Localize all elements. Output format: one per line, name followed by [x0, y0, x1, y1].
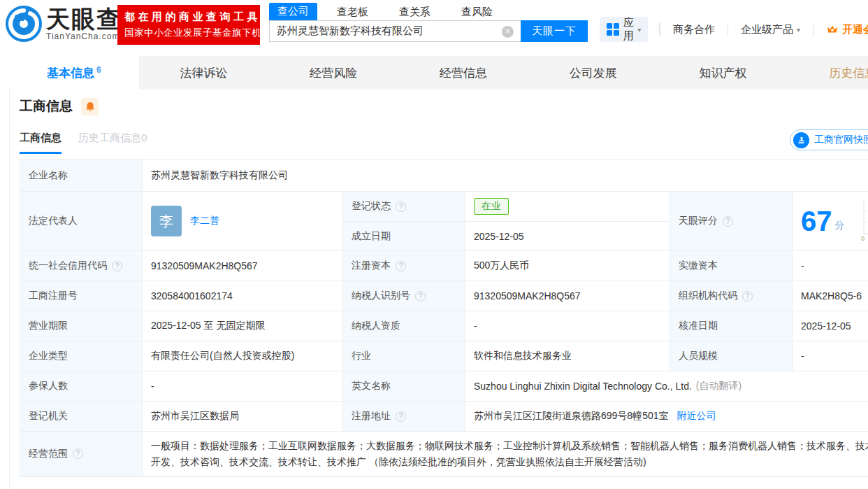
- subtab-business-info[interactable]: 工商信息: [20, 132, 62, 154]
- org-code-value: MAK2H8Q5-6: [793, 281, 868, 311]
- score-unit: 分: [835, 220, 845, 232]
- help-icon[interactable]: ?: [112, 261, 122, 271]
- help-icon[interactable]: ?: [396, 411, 406, 422]
- reg-authority-label: 登记机关: [20, 402, 143, 432]
- industry-value: 软件和信息技术服务业: [465, 341, 670, 371]
- taxpayer-qual-label: 纳税人资质: [343, 311, 465, 341]
- taxpayer-qual-value: -: [465, 311, 670, 341]
- company-name-value: 苏州灵慧智新数字科技有限公司: [143, 160, 868, 192]
- business-term-value: 2025-12-05 至 无固定期限: [143, 311, 343, 341]
- company-nav-tabs: 基本信息 6 法律诉讼 经营风险 经营信息 公司发展 知识产权 历史信息: [9, 56, 868, 90]
- apps-menu[interactable]: 应用 ▾: [600, 17, 648, 42]
- english-name-label: 英文名称: [343, 371, 465, 402]
- taxpayer-id-label: 纳税人识别号?: [343, 281, 465, 311]
- reg-address-value: 苏州市吴江区江陵街道泉德路699号8幢501室 附近公司: [465, 402, 868, 432]
- brand-logo[interactable]: 天眼查 TianYanCha.com: [6, 6, 122, 42]
- company-type-label: 企业类型: [20, 341, 143, 371]
- promo-banner: 都在用的商业查询工具 国家中小企业发展子基金旗下机构: [117, 5, 260, 45]
- bell-icon: [85, 101, 95, 112]
- search-tabs: 查公司 查老板 查关系 查风险: [269, 3, 588, 20]
- status-badge: 在业: [474, 198, 509, 215]
- auto-translate-note: (自动翻译): [696, 380, 742, 392]
- legal-rep-value: 李 李二普: [143, 192, 343, 251]
- chevron-down-icon: ▾: [797, 26, 800, 34]
- menu-business-cooperation[interactable]: 商务合作: [660, 23, 728, 36]
- search-input[interactable]: [270, 21, 493, 41]
- score-value: 67 分 0: [793, 192, 868, 251]
- score-number[interactable]: 67: [801, 207, 832, 235]
- tab-intellectual-property[interactable]: 知识产权: [658, 56, 788, 90]
- reg-address-label: 注册地址?: [343, 402, 465, 432]
- uscc-label: 统一社会信用代码?: [20, 251, 143, 281]
- svg-text:0: 0: [861, 235, 865, 242]
- approval-date-label: 核准日期: [670, 311, 793, 341]
- clear-search-icon[interactable]: ×: [502, 26, 514, 38]
- tab-basic-info[interactable]: 基本信息 6: [9, 56, 139, 90]
- reg-authority-value: 苏州市吴江区数据局: [143, 402, 343, 432]
- approval-date-value: 2025-12-05: [793, 311, 868, 341]
- tab-legal-proceedings[interactable]: 法律诉讼: [139, 56, 269, 90]
- paid-capital-label: 实缴资本: [670, 251, 793, 281]
- establish-date-value: 2025-12-05: [465, 222, 670, 251]
- subtab-history-business-info[interactable]: 历史工商信息0: [78, 132, 147, 152]
- help-icon[interactable]: ?: [73, 448, 83, 459]
- help-icon[interactable]: ?: [415, 291, 426, 302]
- establish-date-label: 成立日期: [343, 222, 465, 251]
- taxpayer-id-value: 91320509MAK2H8Q567: [465, 281, 670, 311]
- help-icon[interactable]: ?: [723, 216, 733, 227]
- insured-label: 参保人数: [20, 371, 143, 402]
- uscc-value: 91320509MAK2H8Q567: [143, 251, 343, 281]
- section-title: 工商信息: [20, 97, 73, 115]
- header-menu: 应用 ▾ 商务合作 企业级产品 ▾ 开通会员 ▾: [600, 17, 868, 42]
- nearby-companies-link[interactable]: 附近公司: [677, 410, 716, 423]
- industry-label: 行业: [343, 341, 465, 371]
- paid-capital-value: -: [793, 251, 868, 281]
- stamp-icon: [793, 132, 809, 148]
- score-label: 天眼评分?: [670, 192, 793, 251]
- legal-rep-avatar[interactable]: 李: [151, 206, 182, 236]
- reg-status-value: 在业: [465, 192, 670, 222]
- menu-enterprise-products[interactable]: 企业级产品 ▾: [728, 23, 813, 36]
- reg-status-label: 登记状态?: [343, 192, 465, 222]
- company-name-label: 企业名称: [20, 160, 143, 192]
- legal-rep-name-link[interactable]: 李二普: [190, 215, 219, 227]
- reg-number-label: 工商注册号: [20, 281, 143, 311]
- english-name-value: Suzhou Linghui Zhixin Digital Technology…: [465, 371, 868, 402]
- reg-capital-label: 注册资本?: [343, 251, 465, 281]
- help-icon[interactable]: ?: [396, 201, 406, 212]
- tianyancha-logo-icon: [6, 6, 42, 42]
- company-type-value: 有限责任公司(自然人投资或控股): [143, 341, 343, 371]
- content-left-border: [9, 90, 10, 489]
- org-code-label: 组织机构代码?: [670, 281, 793, 311]
- brand-domain: TianYanCha.com: [46, 31, 122, 41]
- staff-size-label: 人员规模: [670, 341, 793, 371]
- top-header: 天眼查 TianYanCha.com 都在用的商业查询工具 国家中小企业发展子基…: [0, 0, 868, 49]
- business-info-table: 企业名称 苏州灵慧智新数字科技有限公司 法定代表人 李 李二普 登记状态? 在业…: [20, 159, 868, 477]
- search-tab-risk[interactable]: 查风险: [456, 4, 498, 20]
- search-tab-company[interactable]: 查公司: [269, 3, 317, 20]
- tab-history-info[interactable]: 历史信息: [788, 56, 868, 90]
- subscribe-bell-button[interactable]: [81, 98, 99, 115]
- apps-grid-icon: [607, 23, 619, 36]
- promo-slogan-1: 都在用的商业查询工具: [124, 10, 253, 24]
- business-scope-value: 一般项目：数据处理服务；工业互联网数据服务；大数据服务；物联网技术服务；工业控制…: [143, 432, 868, 476]
- search-tab-boss[interactable]: 查老板: [331, 4, 374, 20]
- reg-number-value: 320584001602174: [143, 281, 343, 311]
- chevron-down-icon: ▾: [637, 26, 641, 34]
- tab-operation-info[interactable]: 经营信息: [398, 56, 528, 90]
- brand-name: 天眼查: [46, 6, 122, 31]
- menu-open-vip[interactable]: 开通会员 ▾: [813, 23, 868, 36]
- help-icon[interactable]: ?: [396, 261, 406, 271]
- tab-operation-risk[interactable]: 经营风险: [268, 56, 398, 90]
- crown-icon: [826, 24, 839, 35]
- business-scope-label: 经营范围?: [20, 432, 143, 476]
- insured-value: -: [143, 371, 343, 402]
- help-icon[interactable]: ?: [742, 291, 753, 302]
- search-tab-relation[interactable]: 查关系: [393, 4, 436, 20]
- search-button[interactable]: 天眼一下: [521, 20, 588, 42]
- search-area: 查公司 查老板 查关系 查风险 × 天眼一下: [269, 3, 588, 42]
- official-snapshot-button[interactable]: 工商官网快照: [790, 129, 868, 150]
- business-term-label: 营业期限: [20, 311, 143, 341]
- tab-company-development[interactable]: 公司发展: [528, 56, 658, 90]
- tab-count-badge: 6: [96, 65, 101, 75]
